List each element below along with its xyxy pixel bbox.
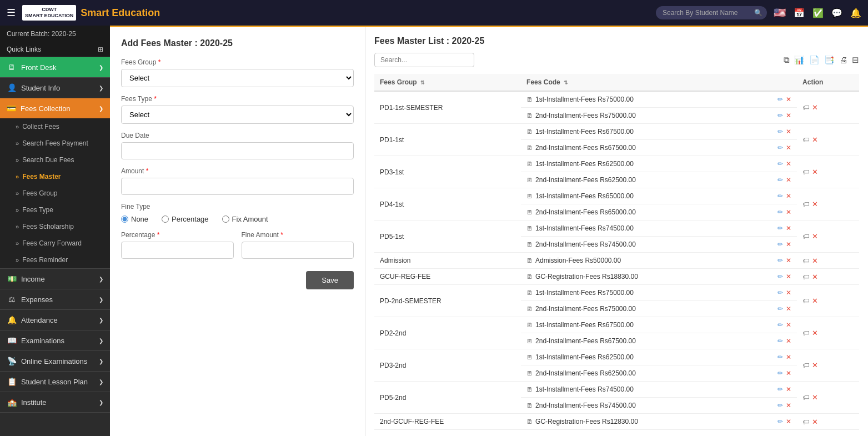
- remove-icon[interactable]: ✕: [812, 418, 818, 426]
- due-date-input[interactable]: [121, 142, 354, 159]
- edit-icon[interactable]: ✏: [777, 112, 783, 119]
- amount-input[interactable]: [121, 178, 354, 195]
- delete-icon[interactable]: ✕: [786, 208, 791, 216]
- remove-icon[interactable]: ✕: [812, 200, 818, 208]
- delete-icon[interactable]: ✕: [786, 273, 791, 280]
- tag-icon[interactable]: 🏷: [802, 297, 810, 305]
- radio-none[interactable]: None: [121, 215, 148, 223]
- sidebar-item-fees-group[interactable]: Fees Group: [0, 185, 110, 202]
- delete-icon[interactable]: ✕: [786, 353, 791, 361]
- edit-icon[interactable]: ✏: [777, 418, 783, 425]
- student-search-input[interactable]: [656, 6, 767, 19]
- columns-icon[interactable]: ⊟: [852, 55, 859, 65]
- radio-fix-amount-input[interactable]: [222, 216, 229, 223]
- delete-icon[interactable]: ✕: [786, 192, 791, 200]
- edit-icon[interactable]: ✏: [777, 402, 783, 409]
- delete-icon[interactable]: ✕: [786, 337, 791, 345]
- delete-icon[interactable]: ✕: [786, 418, 791, 425]
- fees-group-select[interactable]: Select: [121, 69, 354, 87]
- edit-icon[interactable]: ✏: [777, 144, 783, 152]
- edit-icon[interactable]: ✏: [777, 128, 783, 136]
- remove-icon[interactable]: ✕: [812, 297, 818, 305]
- notifications-icon[interactable]: 🔔: [850, 8, 861, 18]
- delete-icon[interactable]: ✕: [786, 321, 791, 329]
- tag-icon[interactable]: 🏷: [802, 273, 810, 281]
- radio-percentage-input[interactable]: [162, 216, 169, 223]
- sort-icon[interactable]: ⇅: [564, 80, 568, 86]
- whatsapp-icon[interactable]: 💬: [831, 8, 842, 18]
- flag-icon[interactable]: 🇺🇸: [774, 7, 786, 19]
- excel-icon[interactable]: 📊: [794, 55, 805, 65]
- delete-icon[interactable]: ✕: [786, 176, 791, 184]
- edit-icon[interactable]: ✏: [777, 224, 783, 232]
- tag-icon[interactable]: 🏷: [802, 257, 810, 265]
- delete-icon[interactable]: ✕: [786, 144, 791, 152]
- edit-icon[interactable]: ✏: [777, 208, 783, 216]
- tag-icon[interactable]: 🏷: [802, 329, 810, 337]
- tag-icon[interactable]: 🏷: [802, 418, 810, 426]
- delete-icon[interactable]: ✕: [786, 402, 791, 409]
- sidebar-item-fees-collection[interactable]: 💳 Fees Collection ❯: [0, 98, 110, 118]
- list-search-input[interactable]: [374, 53, 474, 67]
- edit-icon[interactable]: ✏: [777, 160, 783, 168]
- edit-icon[interactable]: ✏: [777, 305, 783, 313]
- tag-icon[interactable]: 🏷: [802, 232, 810, 240]
- delete-icon[interactable]: ✕: [786, 240, 791, 248]
- sidebar-item-income[interactable]: 💵 Income ❯: [0, 269, 110, 289]
- tag-icon[interactable]: 🏷: [802, 103, 810, 112]
- pdf-icon[interactable]: 📑: [824, 55, 835, 65]
- edit-icon[interactable]: ✏: [777, 240, 783, 248]
- sidebar-item-search-fees-payment[interactable]: Search Fees Payment: [0, 135, 110, 152]
- remove-icon[interactable]: ✕: [812, 273, 818, 281]
- edit-icon[interactable]: ✏: [777, 353, 783, 361]
- sidebar-item-fees-scholarship[interactable]: Fees Scholarship: [0, 218, 110, 235]
- edit-icon[interactable]: ✏: [777, 176, 783, 184]
- remove-icon[interactable]: ✕: [812, 393, 818, 402]
- radio-none-input[interactable]: [121, 216, 128, 223]
- edit-icon[interactable]: ✏: [777, 385, 783, 393]
- delete-icon[interactable]: ✕: [786, 96, 791, 103]
- percentage-input[interactable]: [121, 242, 234, 259]
- sidebar-item-search-due-fees[interactable]: Search Due Fees: [0, 152, 110, 168]
- sidebar-item-front-desk[interactable]: 🖥 Front Desk ❯: [0, 57, 110, 77]
- tag-icon[interactable]: 🏷: [802, 136, 810, 144]
- sidebar-item-fees-carry-forward[interactable]: Fees Carry Forward: [0, 235, 110, 252]
- sidebar-item-fees-reminder[interactable]: Fees Reminder: [0, 252, 110, 268]
- sidebar-item-student-lesson-plan[interactable]: 📋 Student Lesson Plan ❯: [0, 372, 110, 392]
- save-button[interactable]: Save: [306, 271, 354, 289]
- delete-icon[interactable]: ✕: [786, 257, 791, 264]
- delete-icon[interactable]: ✕: [786, 128, 791, 136]
- edit-icon[interactable]: ✏: [777, 257, 783, 264]
- remove-icon[interactable]: ✕: [812, 103, 818, 112]
- edit-icon[interactable]: ✏: [777, 289, 783, 297]
- radio-percentage[interactable]: Percentage: [162, 215, 209, 223]
- delete-icon[interactable]: ✕: [786, 385, 791, 393]
- hamburger-icon[interactable]: ☰: [7, 7, 16, 19]
- remove-icon[interactable]: ✕: [812, 257, 818, 265]
- remove-icon[interactable]: ✕: [812, 168, 818, 176]
- calendar-icon[interactable]: 📅: [794, 8, 805, 18]
- copy-icon[interactable]: ⧉: [784, 55, 790, 65]
- remove-icon[interactable]: ✕: [812, 232, 818, 240]
- sidebar-item-student-info[interactable]: 👤 Student Info ❯: [0, 78, 110, 98]
- delete-icon[interactable]: ✕: [786, 224, 791, 232]
- edit-icon[interactable]: ✏: [777, 96, 783, 103]
- sidebar-item-fees-type[interactable]: Fees Type: [0, 202, 110, 218]
- sidebar-item-institute[interactable]: 🏫 Institute ❯: [0, 392, 110, 412]
- sidebar-item-examinations[interactable]: 📖 Examinations ❯: [0, 330, 110, 350]
- edit-icon[interactable]: ✏: [777, 369, 783, 377]
- sidebar-item-fees-master[interactable]: Fees Master: [0, 168, 110, 185]
- delete-icon[interactable]: ✕: [786, 289, 791, 297]
- tag-icon[interactable]: 🏷: [802, 168, 810, 176]
- edit-icon[interactable]: ✏: [777, 321, 783, 329]
- delete-icon[interactable]: ✕: [786, 305, 791, 313]
- radio-fix-amount[interactable]: Fix Amount: [222, 215, 268, 223]
- sidebar-item-attendance[interactable]: 🔔 Attendance ❯: [0, 310, 110, 330]
- edit-icon[interactable]: ✏: [777, 192, 783, 200]
- remove-icon[interactable]: ✕: [812, 361, 818, 369]
- delete-icon[interactable]: ✕: [786, 160, 791, 168]
- remove-icon[interactable]: ✕: [812, 136, 818, 144]
- tag-icon[interactable]: 🏷: [802, 200, 810, 208]
- sort-icon[interactable]: ⇅: [420, 80, 425, 86]
- tag-icon[interactable]: 🏷: [802, 361, 810, 369]
